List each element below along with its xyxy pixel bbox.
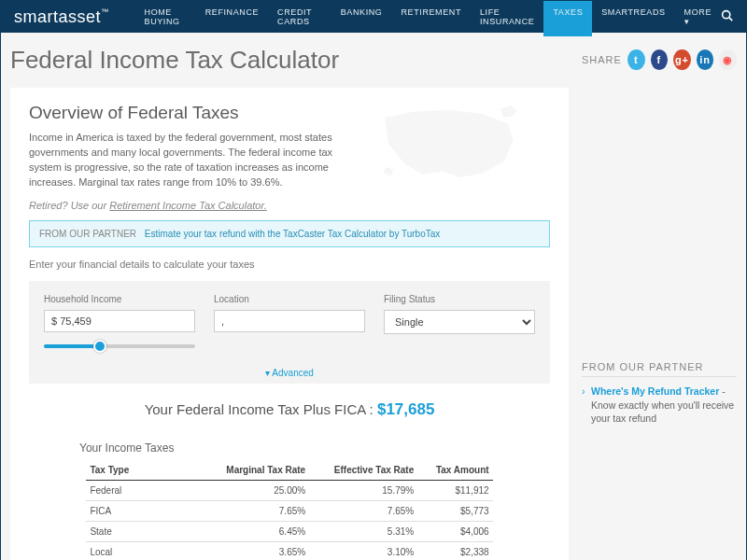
income-label: Household Income <box>44 294 195 304</box>
nav-credit-cards[interactable]: CREDIT CARDS <box>268 0 331 36</box>
location-label: Location <box>214 294 365 304</box>
facebook-icon[interactable]: f <box>651 49 669 70</box>
top-nav: smartasset™ HOME BUYING REFINANCE CREDIT… <box>1 1 746 33</box>
refund-tracker-link[interactable]: Where's My Refund Tracker <box>591 385 719 397</box>
filing-label: Filing Status <box>384 294 535 304</box>
table-row: State6.45%5.31%$4,006 <box>86 521 492 541</box>
table-row: Local3.65%3.10%$2,338 <box>86 541 492 560</box>
nav-smartreads[interactable]: SMARTREADS <box>592 0 674 36</box>
nav-banking[interactable]: BANKING <box>331 0 392 36</box>
result-amount: $17,685 <box>377 400 434 418</box>
nav-more[interactable]: MORE ▾ <box>675 0 721 36</box>
retirement-calc-link[interactable]: Retirement Income Tax Calculator. <box>109 200 267 211</box>
partner-label: FROM OUR PARTNER <box>39 229 136 239</box>
result-line: Your Federal Income Tax Plus FICA : $17,… <box>29 400 550 419</box>
svg-point-0 <box>723 11 730 19</box>
side-partner-item: Where's My Refund Tracker - Know exactly… <box>582 385 737 426</box>
us-map-icon <box>363 103 541 185</box>
share-row: SHARE t f g+ in ◉ <box>582 49 737 70</box>
search-icon[interactable] <box>721 9 733 24</box>
input-panel: Household Income Location Filing Status … <box>29 281 550 362</box>
share-label: SHARE <box>582 54 622 65</box>
table-row: Federal25.00%15.79%$11,912 <box>86 480 492 500</box>
nav-taxes[interactable]: TAXES <box>543 0 592 36</box>
reddit-icon[interactable]: ◉ <box>719 49 737 70</box>
nav-home-buying[interactable]: HOME BUYING <box>135 0 196 36</box>
overview-body: Income in America is taxed by the federa… <box>29 131 346 190</box>
googleplus-icon[interactable]: g+ <box>673 49 691 70</box>
main-card: Overview of Federal Taxes Income in Amer… <box>10 88 569 560</box>
nav-retirement[interactable]: RETIREMENT <box>391 0 471 36</box>
table-row: FICA7.65%7.65%$5,773 <box>86 500 492 521</box>
income-slider[interactable] <box>44 340 195 353</box>
input-prompt: Enter your financial details to calculat… <box>29 259 550 270</box>
table-title: Your Income Taxes <box>79 441 550 455</box>
side-partner-heading: FROM OUR PARTNER <box>582 361 737 377</box>
partner-banner: FROM OUR PARTNER Estimate your tax refun… <box>29 220 550 247</box>
logo[interactable]: smartasset™ <box>14 7 109 27</box>
twitter-icon[interactable]: t <box>627 49 645 70</box>
nav-refinance[interactable]: REFINANCE <box>196 0 268 36</box>
retired-note: Retired? Use our Retirement Income Tax C… <box>29 200 550 211</box>
income-input[interactable] <box>44 310 195 332</box>
partner-link[interactable]: Estimate your tax refund with the TaxCas… <box>145 229 440 239</box>
overview-heading: Overview of Federal Taxes <box>29 103 346 123</box>
svg-line-1 <box>729 18 732 21</box>
nav-life-insurance[interactable]: LIFE INSURANCE <box>471 0 543 36</box>
linkedin-icon[interactable]: in <box>697 49 714 70</box>
nav-menu: HOME BUYING REFINANCE CREDIT CARDS BANKI… <box>135 0 721 36</box>
tax-table: Tax TypeMarginal Tax RateEffective Tax R… <box>86 460 492 560</box>
page-title: Federal Income Tax Calculator <box>10 46 569 75</box>
filing-select[interactable]: Single <box>384 310 535 334</box>
advanced-toggle[interactable]: ▾ Advanced <box>29 362 550 384</box>
location-input[interactable] <box>214 310 365 332</box>
